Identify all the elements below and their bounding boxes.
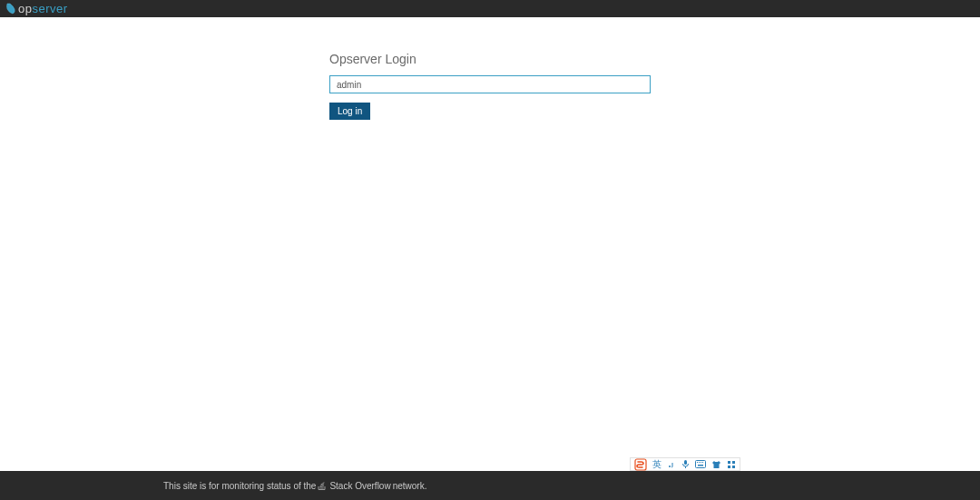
svg-rect-16 <box>321 482 325 485</box>
ime-logo-icon[interactable] <box>634 458 647 471</box>
ime-keyboard-icon[interactable] <box>695 460 706 468</box>
logo-icon <box>5 3 16 15</box>
svg-rect-14 <box>320 486 324 488</box>
ime-punct-icon[interactable] <box>667 460 676 469</box>
footer-link[interactable]: Stack Overflow <box>329 481 390 491</box>
svg-rect-3 <box>696 461 706 468</box>
svg-rect-5 <box>699 462 700 463</box>
ime-skin-icon[interactable] <box>711 460 721 469</box>
stack-overflow-icon <box>318 481 326 490</box>
svg-rect-4 <box>697 462 698 463</box>
username-input[interactable] <box>329 75 651 93</box>
ime-mic-icon[interactable] <box>681 459 690 469</box>
svg-rect-15 <box>320 485 324 486</box>
login-button[interactable]: Log in <box>329 103 370 120</box>
app-footer: This site is for monitoring status of th… <box>0 471 980 500</box>
footer-text-after: network. <box>393 481 427 491</box>
svg-rect-2 <box>684 460 687 465</box>
ime-language[interactable]: 英 <box>652 458 662 471</box>
ime-toolbox-icon[interactable] <box>727 460 736 469</box>
app-header: opserver <box>0 0 980 17</box>
svg-rect-11 <box>728 466 730 468</box>
main-content: Opserver Login Log in <box>0 17 980 120</box>
logo-suffix: server <box>32 2 67 15</box>
ime-toolbar[interactable]: 英 <box>630 457 740 471</box>
svg-rect-13 <box>320 488 324 489</box>
svg-rect-12 <box>732 466 735 468</box>
svg-point-1 <box>669 466 671 467</box>
svg-rect-9 <box>728 461 730 464</box>
svg-rect-7 <box>702 462 703 463</box>
footer-text-before: This site is for monitoring status of th… <box>163 481 316 491</box>
svg-rect-10 <box>732 461 735 464</box>
logo-text: opserver <box>18 2 68 15</box>
svg-rect-6 <box>701 462 701 463</box>
login-title: Opserver Login <box>329 52 980 66</box>
logo-prefix: op <box>18 2 32 15</box>
svg-rect-8 <box>698 465 703 466</box>
